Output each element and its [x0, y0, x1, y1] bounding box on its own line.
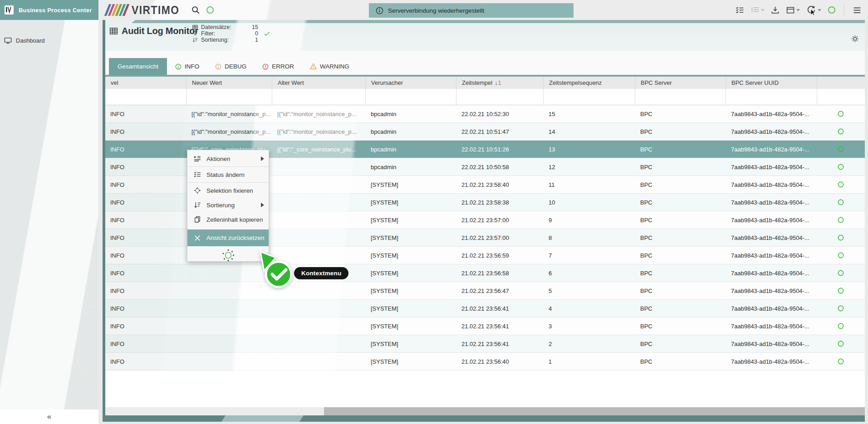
cell-alter-wert	[272, 229, 366, 246]
bpc-logo-icon	[4, 5, 15, 15]
column-header-level[interactable]: vel	[105, 77, 186, 89]
cell-verursacher: [SYSTEM]	[366, 176, 456, 193]
column-header-verursacher[interactable]: Verursacher	[366, 77, 456, 89]
tab-bar: Gesamtansicht INFO DEBUG	[105, 51, 865, 75]
app-title: Business Process Center	[19, 7, 92, 14]
tab-error[interactable]: ERROR	[254, 58, 302, 75]
tab-warning[interactable]: WARNING	[302, 58, 357, 75]
filter-cell[interactable]	[544, 89, 635, 105]
filter-cell[interactable]	[105, 89, 186, 105]
cell-alter-wert	[272, 353, 366, 370]
sidebar-collapse-button[interactable]: «	[0, 409, 98, 424]
cell-zeitstempelsequenz: 10	[544, 194, 635, 211]
table-row[interactable]: INFO [SYSTEM] 21.02.21 23:56:41 4 BPC 7a…	[105, 300, 865, 317]
column-header-bpc-server[interactable]: BPC Server	[635, 77, 726, 89]
context-menu-item[interactable]: Ansicht zurücksetzen	[187, 229, 269, 246]
cell-status	[817, 141, 865, 158]
cell-zeitstempelsequenz: 9	[544, 211, 635, 229]
table-row[interactable]: INFO [SYSTEM] 21.02.21 23:56:40 1 BPC 7a…	[105, 353, 865, 370]
filter-cell[interactable]	[272, 89, 366, 105]
cell-verursacher: [SYSTEM]	[366, 229, 456, 246]
column-header-zeitstempel[interactable]: Zeitstempel ↓ 1	[456, 77, 544, 89]
cell-neuer-wert	[186, 353, 272, 370]
cell-zeitstempel: 21.02.21 23:56:59	[456, 247, 544, 264]
target-icon	[193, 186, 201, 195]
cell-status	[817, 264, 865, 282]
cell-bpc-server: BPC	[635, 264, 726, 282]
context-menu-item[interactable]: Zelleninhalt kopieren	[187, 212, 269, 227]
sidebar-item-dashboard[interactable]: Dashboard	[0, 34, 98, 47]
table-row[interactable]: INFO [SYSTEM] 21.02.21 23:56:41 2 BPC 7a…	[105, 335, 865, 353]
cell-bpc-server-uuid: 7aab9843-ad1b-482a-9504-...	[726, 176, 817, 193]
column-header-bpc-server-uuid[interactable]: BPC Server UUID	[726, 77, 817, 89]
filter-cell[interactable]	[186, 89, 272, 105]
cell-neuer-wert	[186, 300, 272, 317]
cell-zeitstempelsequenz: 3	[544, 317, 635, 335]
table-row[interactable]: INFO [SYSTEM] 21.02.21 23:56:41 3 BPC 7a…	[105, 317, 865, 335]
download-icon[interactable]	[770, 5, 780, 15]
search-icon[interactable]	[191, 5, 201, 15]
tab-debug[interactable]: DEBUG	[207, 58, 254, 75]
column-header-zeitstempelsequenz[interactable]: Zeitstempelsequenz	[544, 77, 635, 89]
cell-level: INFO	[105, 229, 186, 246]
cell-alter-wert	[272, 176, 366, 193]
window-icon[interactable]	[786, 5, 800, 15]
cell-zeitstempel: 21.02.21 23:56:40	[456, 353, 544, 370]
filter-cell[interactable]	[456, 89, 544, 105]
table-row[interactable]: INFO [SYSTEM] 21.02.21 23:56:58 6 BPC 7a…	[105, 264, 865, 282]
tab-info[interactable]: INFO	[167, 58, 207, 75]
column-header-neuer-wert[interactable]: Neuer Wert	[186, 77, 272, 89]
cell-bpc-server-uuid: 7aab9843-ad1b-482a-9504-...	[726, 123, 817, 140]
refresh-icon[interactable]	[806, 5, 821, 15]
cell-zeitstempel: 21.02.21 23:56:41	[456, 317, 544, 335]
panel-header-strip	[105, 20, 865, 23]
sort-icon	[193, 201, 201, 209]
sidebar-decor	[0, 20, 98, 424]
virtimo-logo-strokes	[107, 4, 127, 16]
table-row[interactable]: INFO [SYSTEM] 21.02.21 23:56:47 5 BPC 7a…	[105, 282, 865, 300]
filter-cell[interactable]	[366, 89, 456, 105]
cell-status	[817, 194, 865, 211]
cell-zeitstempel: 22.02.21 10:52:30	[456, 105, 544, 122]
cell-alter-wert	[272, 211, 366, 229]
server-notification-toast: Serververbindung wiederhergestellt	[369, 3, 574, 18]
context-menu-item[interactable]: Aktionen	[187, 151, 269, 166]
grid-icon	[192, 24, 198, 30]
notification-text: Serververbindung wiederhergestellt	[388, 7, 484, 14]
stat-label: Filter:	[201, 30, 243, 37]
menu-divider	[187, 182, 269, 183]
cell-level: INFO	[105, 141, 186, 158]
table-row[interactable]: INFO [{"id":"monitor_noinstance_p... [{"…	[105, 123, 865, 141]
cell-level: INFO	[105, 300, 186, 317]
table-row[interactable]: INFO [{"id":"monitor_noinstance_p... [{"…	[105, 105, 865, 123]
funnel-icon	[192, 30, 198, 37]
cell-bpc-server: BPC	[635, 229, 726, 246]
settings-gear-icon[interactable]	[851, 34, 859, 43]
submenu-caret-icon	[261, 203, 264, 207]
cell-neuer-wert	[186, 335, 272, 352]
cell-level: INFO	[105, 176, 186, 193]
cell-alter-wert	[272, 194, 366, 211]
tab-gesamtansicht[interactable]: Gesamtansicht	[109, 58, 167, 75]
indent-list-icon[interactable]	[750, 5, 765, 15]
cell-verursacher: bpcadmin	[366, 141, 456, 158]
sidebar: Business Process Center Dashboard «	[0, 0, 98, 424]
context-menu-item[interactable]: Status ändern	[187, 167, 269, 182]
panel-title-block: Audit Log Monitor	[109, 26, 198, 36]
sort-arrow-icon: ↓	[495, 79, 498, 86]
info-icon	[375, 6, 384, 15]
cell-level: INFO	[105, 211, 186, 229]
filter-cell[interactable]	[635, 89, 726, 105]
menu-icon[interactable]	[852, 5, 862, 15]
kontextmenu-tooltip: Kontextmenu	[294, 267, 348, 279]
context-menu-item[interactable]: Selektion fixieren	[187, 183, 269, 198]
sort-icon	[192, 37, 198, 43]
cell-verursacher: [SYSTEM]	[366, 264, 456, 282]
tasks-icon[interactable]	[735, 5, 745, 15]
column-header-alter-wert[interactable]: Alter Wert	[272, 77, 366, 89]
context-menu-item[interactable]: Sortierung	[187, 198, 269, 212]
column-header-status[interactable]	[817, 77, 865, 89]
filter-cell[interactable]	[726, 89, 817, 105]
horizontal-scrollbar-thumb[interactable]	[324, 407, 865, 415]
filter-cell[interactable]	[817, 89, 865, 105]
